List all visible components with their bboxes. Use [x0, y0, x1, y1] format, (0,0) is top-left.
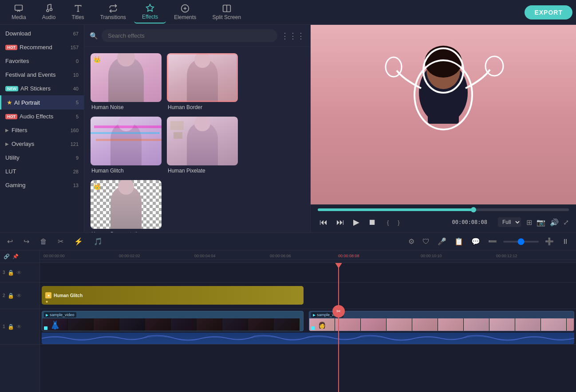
zoom-slider[interactable]	[503, 241, 539, 243]
link-button[interactable]: 🔗	[4, 254, 10, 259]
ruler-spacer: 🔗 📌	[0, 251, 39, 263]
effect-thumb-human-glitch: 👑	[91, 117, 162, 165]
cut-button[interactable]: ✂	[56, 235, 65, 247]
nav-titles[interactable]: Titles	[63, 1, 92, 23]
effect-card-human-glitch[interactable]: 👑 Human Glitch	[91, 117, 162, 175]
effect-thumb-human-noise: 👑	[91, 53, 162, 102]
main-area: Download 67 HOT Recommend 157 Favorites …	[0, 25, 576, 232]
sidebar-ar-badge: 40	[73, 86, 79, 91]
nav-elements[interactable]: Elements	[166, 1, 204, 23]
timeline-right-buttons: ⚙ 🛡 🎤 📋 💬 ➖ ➕ ⏸	[406, 235, 571, 247]
volume-button[interactable]: 🔊	[550, 218, 559, 227]
human-glitch-clip[interactable]: ★ Human Glitch ★	[42, 286, 304, 305]
timeline-caption-btn[interactable]: 💬	[469, 235, 482, 247]
sidebar-download-badge: 67	[73, 31, 79, 36]
sidebar-item-audio-effects[interactable]: HOT Audio Effects 5	[0, 110, 84, 123]
sidebar-item-favorites[interactable]: Favorites 0	[0, 54, 84, 68]
ruler-mark-6: 00:00:12:12	[496, 254, 517, 258]
svg-point-17	[485, 56, 503, 76]
video-clip-1[interactable]: ▶ sample_video 👗	[42, 311, 304, 331]
effect-card-human-pixelate[interactable]: 👑 Human Pixelate	[167, 117, 238, 175]
grid-view-button[interactable]: ⋮⋮⋮	[281, 31, 305, 41]
track3-lock[interactable]: 🔒	[8, 270, 14, 276]
timeline-track-btn[interactable]: 📋	[453, 235, 465, 247]
scissors-marker[interactable]: ✂	[332, 305, 345, 318]
ruler-mark-2: 00:00:04:04	[194, 254, 216, 258]
preview-area: ⏮ ⏭ ▶ ⏹ { } 00:00:08:08 Full 1/2 1/4 ⊞ 📷…	[311, 25, 576, 232]
stop-button[interactable]: ⏹	[367, 216, 378, 229]
pin-button[interactable]: 📌	[12, 254, 19, 259]
preview-video	[311, 25, 576, 204]
effect-card-human-segmentation[interactable]: 👑 Human Segmentation	[91, 180, 162, 232]
track1-eye[interactable]: 👁	[16, 324, 22, 330]
zoom-controls	[503, 241, 539, 243]
sidebar-item-download[interactable]: Download 67	[0, 27, 84, 40]
skip-back-button[interactable]: ⏮	[318, 216, 329, 229]
pause-all-btn[interactable]: ⏸	[560, 236, 571, 247]
media-icon	[14, 4, 23, 13]
search-input[interactable]	[102, 29, 277, 42]
effect-thumb-human-border: 👑	[167, 53, 238, 102]
effect-card-human-noise[interactable]: 👑 Human Noise	[91, 53, 162, 111]
sidebar-recommend-badge: 157	[71, 45, 79, 50]
ruler-mark-3: 00:00:06:06	[270, 254, 291, 258]
sidebar-item-overlays[interactable]: ▶ Overlays 121	[0, 137, 84, 151]
nav-audio-label: Audio	[42, 14, 56, 20]
zoom-in-btn[interactable]: ➕	[543, 235, 556, 247]
play-button[interactable]: ▶	[351, 216, 361, 229]
nav-split-screen[interactable]: Split Screen	[204, 1, 249, 23]
svg-point-16	[386, 57, 402, 77]
sidebar-item-filters[interactable]: ▶ Filters 160	[0, 123, 84, 137]
sidebar-item-utility[interactable]: Utility 9	[0, 151, 84, 165]
export-button[interactable]: EXPORT	[525, 5, 572, 20]
track2-eye[interactable]: 👁	[16, 293, 22, 299]
sidebar-item-lut[interactable]: LUT 28	[0, 165, 84, 178]
recommend-hot-tag: HOT	[5, 45, 17, 50]
clip-label: Human Glitch	[54, 293, 83, 298]
quality-select[interactable]: Full 1/2 1/4	[498, 217, 521, 227]
frame-back-button[interactable]: ⏭	[335, 216, 346, 229]
effect-card-human-border[interactable]: 👑 Human Border	[167, 53, 238, 111]
redo-button[interactable]: ↪	[22, 235, 31, 247]
timeline-mask-btn[interactable]: 🛡	[421, 236, 431, 247]
svg-rect-0	[15, 5, 23, 11]
nav-transitions[interactable]: Transitions	[92, 1, 134, 23]
track3-label: 3 🔒 👁	[0, 263, 39, 282]
sidebar-lut-label: LUT	[5, 168, 16, 175]
delete-button[interactable]: 🗑	[38, 236, 49, 247]
undo-button[interactable]: ↩	[5, 235, 15, 247]
sidebar-item-festival[interactable]: Festival and Events 10	[0, 68, 84, 82]
sidebar-item-ar-stickers[interactable]: NEW AR Stickers 40	[0, 82, 84, 95]
snapshot-button[interactable]: 📷	[537, 218, 545, 227]
svg-marker-5	[146, 4, 154, 12]
nav-audio[interactable]: Audio	[34, 1, 64, 23]
fit-view-button[interactable]: ⊞	[526, 218, 532, 227]
audio-button[interactable]: 🎵	[92, 235, 104, 247]
timeline-audio-btn[interactable]: 🎤	[436, 235, 448, 247]
filters-expand-arrow: ▶	[5, 128, 9, 133]
sidebar-item-recommend[interactable]: HOT Recommend 157	[0, 40, 84, 54]
clip-icon: ★	[45, 292, 51, 298]
video-clip-1-label: ▶ sample_video	[44, 312, 76, 318]
ruler-mark-0: 00:00:00:00	[43, 254, 65, 258]
nav-media[interactable]: Media	[4, 1, 34, 23]
nav-effects[interactable]: Effects	[134, 1, 166, 24]
progress-bar[interactable]	[318, 208, 569, 211]
effect-name-human-pixelate: Human Pixelate	[167, 165, 238, 175]
timeline-settings-btn[interactable]: ⚙	[406, 235, 416, 247]
adjust-button[interactable]: ⚡	[72, 235, 85, 247]
track2-lock[interactable]: 🔒	[8, 293, 14, 299]
track3-eye[interactable]: 👁	[16, 270, 22, 276]
progress-thumb[interactable]	[471, 207, 476, 212]
zoom-out-btn[interactable]: ➖	[486, 235, 499, 247]
sidebar-gaming-label: Gaming	[5, 182, 26, 188]
preview-controls: ⏮ ⏭ ▶ ⏹ { } 00:00:08:08 Full 1/2 1/4 ⊞ 📷…	[311, 204, 576, 232]
track1-lock[interactable]: 🔒	[8, 324, 14, 330]
sidebar-item-gaming[interactable]: Gaming 13	[0, 178, 84, 192]
video-clip-2[interactable]: ▶ sample_video 👩	[309, 311, 574, 331]
clip2-quality-badge	[311, 326, 315, 330]
sidebar-item-ai-portrait[interactable]: ★ AI Portrait 5	[0, 95, 84, 110]
nav-elements-label: Elements	[174, 14, 196, 20]
timeline-ruler[interactable]: 00:00:00:00 00:00:02:02 00:00:04:04 00:0…	[40, 251, 576, 263]
fullscreen-button[interactable]: ⤢	[563, 218, 569, 227]
